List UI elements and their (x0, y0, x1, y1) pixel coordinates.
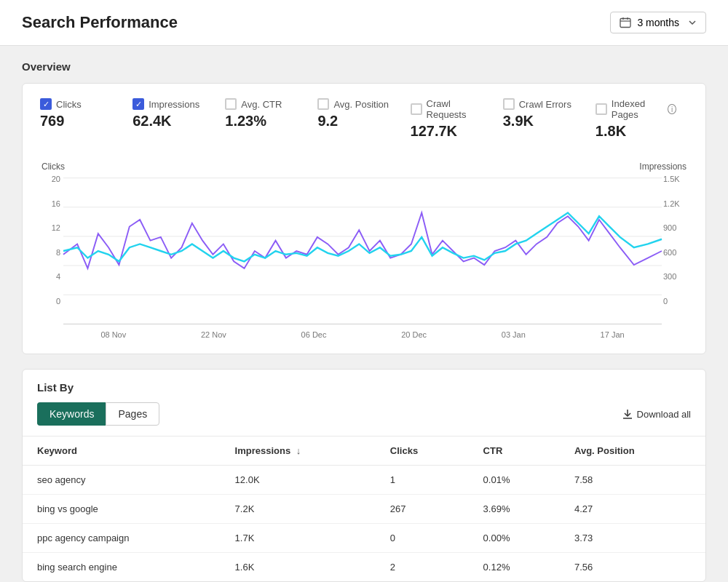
clicks-checkbox[interactable] (40, 98, 52, 110)
chart-y-axis-left: 20 16 12 8 4 0 (40, 175, 60, 306)
keywords-table: Keyword Impressions ↓ Clicks CTR Avg. Po… (23, 436, 705, 581)
list-by-header: List By (23, 370, 705, 394)
impressions-sort-icon: ↓ (296, 445, 301, 456)
main-content: Overview Clicks 769 Impressions 62.4K (0, 46, 728, 582)
table-row: bing vs google 7.2K 267 3.69% 4.27 (23, 495, 705, 524)
chart-left-label: Clicks (41, 162, 65, 172)
cell-impressions: 1.7K (221, 524, 376, 553)
cell-clicks: 2 (376, 553, 469, 582)
table-row: seo agency 12.0K 1 0.01% 7.58 (23, 466, 705, 495)
col-impressions[interactable]: Impressions ↓ (221, 436, 376, 466)
cell-clicks: 267 (376, 495, 469, 524)
avg-position-checkbox[interactable] (317, 98, 329, 110)
chart-right-label: Impressions (639, 162, 687, 172)
metrics-row: Clicks 769 Impressions 62.4K Avg. CTR 1.… (40, 98, 688, 140)
svg-rect-0 (620, 19, 630, 28)
line-chart (63, 175, 662, 327)
avg-position-label: Avg. Position (333, 99, 389, 110)
tab-row: Keywords Pages Download all (23, 402, 705, 436)
table-body: seo agency 12.0K 1 0.01% 7.58 bing vs go… (23, 466, 705, 582)
impressions-label: Impressions (149, 99, 199, 110)
cell-keyword: seo agency (23, 466, 221, 495)
impressions-value: 62.4K (132, 113, 213, 129)
metric-crawl-requests: Crawl Requests 127.7K (411, 98, 503, 140)
download-all-button[interactable]: Download all (622, 406, 691, 423)
x-label-4: 20 Dec (401, 330, 427, 339)
cell-keyword: bing search engine (23, 553, 221, 582)
metric-avg-ctr: Avg. CTR 1.23% (225, 98, 317, 129)
cell-ctr: 0.12% (469, 553, 560, 582)
clicks-value: 769 (40, 113, 121, 129)
clicks-label: Clicks (56, 99, 82, 110)
date-filter-label: 3 months (637, 17, 679, 28)
table-row: ppc agency campaign 1.7K 0 0.00% 3.73 (23, 524, 705, 553)
download-all-label: Download all (637, 409, 691, 420)
col-clicks: Clicks (376, 436, 469, 466)
tab-keywords[interactable]: Keywords (37, 402, 106, 426)
cell-impressions: 7.2K (221, 495, 376, 524)
impressions-checkbox[interactable] (132, 98, 144, 110)
tabs: Keywords Pages (37, 402, 159, 426)
tab-pages[interactable]: Pages (106, 402, 159, 426)
cell-avg-position: 7.58 (560, 466, 705, 495)
indexed-pages-label: Indexed Pages (612, 98, 662, 120)
crawl-errors-checkbox[interactable] (503, 98, 515, 110)
cell-impressions: 1.6K (221, 553, 376, 582)
metric-crawl-errors: Crawl Errors 3.9K (503, 98, 596, 129)
crawl-requests-label: Crawl Requests (427, 98, 491, 120)
metric-impressions: Impressions 62.4K (132, 98, 225, 129)
crawl-errors-value: 3.9K (503, 113, 584, 129)
cell-ctr: 0.01% (469, 466, 560, 495)
metric-indexed-pages: Indexed Pages i 1.8K (596, 98, 688, 140)
col-keyword: Keyword (23, 436, 221, 466)
cell-clicks: 0 (376, 524, 469, 553)
cell-avg-position: 7.56 (560, 553, 705, 582)
chart-x-labels: 08 Nov 22 Nov 06 Dec 20 Dec 03 Jan 17 Ja… (40, 327, 688, 339)
chart-area: Clicks Impressions 20 16 12 8 4 0 (40, 154, 688, 339)
metric-avg-position: Avg. Position 9.2 (317, 98, 410, 129)
cell-ctr: 0.00% (469, 524, 560, 553)
cell-avg-position: 4.27 (560, 495, 705, 524)
x-label-1: 08 Nov (100, 330, 126, 339)
download-icon (622, 409, 633, 419)
overview-card: Clicks 769 Impressions 62.4K Avg. CTR 1.… (22, 83, 706, 354)
cell-ctr: 3.69% (469, 495, 560, 524)
crawl-errors-label: Crawl Errors (519, 99, 571, 110)
x-label-5: 03 Jan (502, 330, 526, 339)
list-by-title: List By (37, 381, 691, 394)
x-label-3: 06 Dec (301, 330, 327, 339)
avg-position-value: 9.2 (317, 113, 398, 129)
col-ctr: CTR (469, 436, 560, 466)
chevron-down-icon (688, 18, 697, 27)
indexed-pages-checkbox[interactable] (596, 103, 607, 115)
avg-ctr-value: 1.23% (225, 113, 306, 129)
avg-ctr-checkbox[interactable] (225, 98, 237, 110)
cell-keyword: ppc agency campaign (23, 524, 221, 553)
overview-section-title: Overview (22, 60, 706, 73)
table-header-row: Keyword Impressions ↓ Clicks CTR Avg. Po… (23, 436, 705, 466)
cell-impressions: 12.0K (221, 466, 376, 495)
chart-y-axis-right: 1.5K 1.2K 900 600 300 0 (663, 175, 688, 306)
table-row: bing search engine 1.6K 2 0.12% 7.56 (23, 553, 705, 582)
x-label-6: 17 Jan (601, 330, 625, 339)
metric-clicks: Clicks 769 (40, 98, 132, 129)
page-title: Search Performance (22, 13, 178, 32)
page-header: Search Performance 3 months (0, 0, 728, 46)
avg-ctr-label: Avg. CTR (241, 99, 282, 110)
cell-clicks: 1 (376, 466, 469, 495)
cell-keyword: bing vs google (23, 495, 221, 524)
crawl-requests-checkbox[interactable] (411, 103, 422, 115)
crawl-requests-value: 127.7K (411, 123, 491, 140)
indexed-pages-value: 1.8K (596, 123, 676, 140)
calendar-icon (620, 17, 631, 28)
list-by-section: List By Keywords Pages Download all (22, 369, 706, 582)
indexed-pages-info-icon[interactable]: i (668, 104, 676, 114)
cell-avg-position: 3.73 (560, 524, 705, 553)
date-filter-button[interactable]: 3 months (610, 12, 706, 33)
x-label-2: 22 Nov (201, 330, 226, 339)
col-avg-position: Avg. Position (560, 436, 705, 466)
